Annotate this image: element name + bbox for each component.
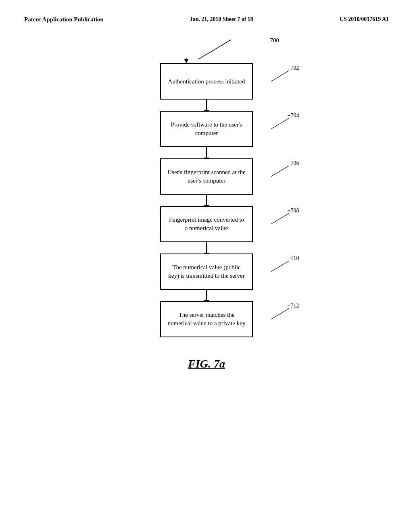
top-ref-svg (106, 35, 307, 63)
svg-text:−712: −712 (288, 303, 299, 309)
step-706-arrow (206, 195, 207, 206)
svg-line-0 (198, 40, 231, 59)
step-710: The numerical value (public key) is tran… (106, 254, 307, 301)
svg-line-8 (271, 166, 289, 177)
step-712-ref-svg: −712 (251, 301, 299, 337)
step-702-ref-svg: −702 (251, 63, 299, 100)
figure-label: FIG. 7a (24, 357, 389, 370)
step-702-box: Authentication process initiated (160, 63, 253, 100)
step-710-box: The numerical value (public key) is tran… (160, 254, 253, 290)
step-712: The server matches the numerical value t… (106, 301, 307, 337)
svg-text:−710: −710 (288, 255, 299, 261)
step-704-ref-svg: −704 (251, 111, 299, 147)
svg-text:−706: −706 (288, 160, 299, 166)
step-708: Fingerprint image converted to a numeric… (106, 206, 307, 254)
step-704-arrow (206, 147, 207, 158)
page-header: Patent Application Publication Jan. 21, … (24, 16, 389, 23)
step-702-arrow (206, 100, 207, 111)
step-708-box: Fingerprint image converted to a numeric… (160, 206, 253, 242)
step-706-ref-svg: −706 (251, 158, 299, 195)
svg-line-6 (271, 118, 289, 129)
step-702-row: Authentication process initiated −702 (106, 63, 307, 100)
step-708-arrow (206, 242, 207, 254)
step-706-row: User's fingerprint scanned at the user's… (106, 158, 307, 195)
page: Patent Application Publication Jan. 21, … (0, 0, 413, 532)
step-712-row: The server matches the numerical value t… (106, 301, 307, 337)
svg-line-10 (271, 213, 289, 224)
svg-text:−708: −708 (288, 208, 299, 214)
svg-text:−702: −702 (288, 65, 299, 71)
publication-label: Patent Application Publication (24, 16, 104, 23)
step-704-row: Provide software to the user's computer … (106, 111, 307, 147)
step-706-box: User's fingerprint scanned at the user's… (160, 158, 253, 195)
step-706: User's fingerprint scanned at the user's… (106, 158, 307, 206)
steps-container: Authentication process initiated −702 Pr… (106, 63, 307, 337)
step-710-row: The numerical value (public key) is tran… (106, 254, 307, 290)
diagram-wrapper: 700 Authentication process initiated −70… (65, 35, 348, 337)
patent-number-label: US 2010/0017619 A1 (340, 16, 389, 23)
step-702: Authentication process initiated −702 (106, 63, 307, 111)
svg-line-4 (271, 71, 289, 81)
date-sheet-label: Jan. 21, 2010 Sheet 7 of 18 (190, 16, 253, 23)
entry-area: 700 (106, 35, 307, 63)
svg-marker-2 (184, 59, 188, 63)
step-712-box: The server matches the numerical value t… (160, 301, 253, 337)
step-710-ref-svg: −710 (251, 254, 299, 290)
step-704-box: Provide software to the user's computer (160, 111, 253, 147)
svg-text:−704: −704 (288, 112, 299, 118)
step-708-row: Fingerprint image converted to a numeric… (106, 206, 307, 242)
step-710-arrow (206, 290, 207, 301)
svg-line-14 (271, 308, 289, 319)
svg-line-12 (271, 261, 289, 272)
step-708-ref-svg: −708 (251, 206, 299, 242)
steps-wrapper: 700 Authentication process initiated −70… (65, 35, 348, 337)
step-704: Provide software to the user's computer … (106, 111, 307, 158)
